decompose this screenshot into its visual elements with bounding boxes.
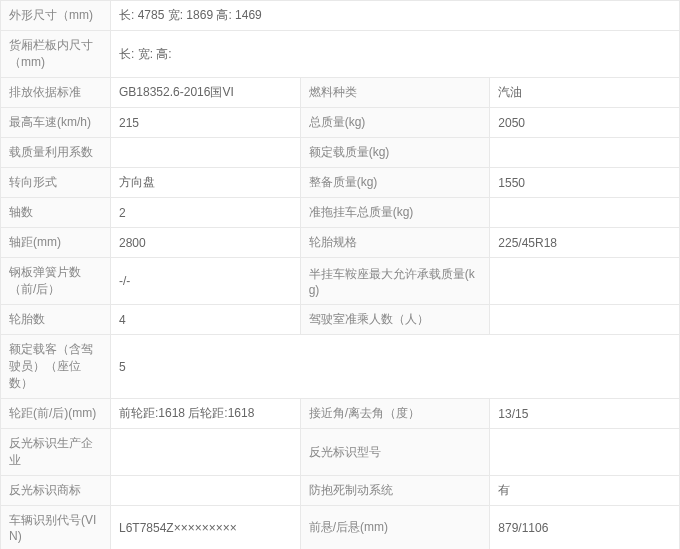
val-fuel-type: 汽油: [490, 78, 680, 108]
val-vin: L6T7854Z×××××××××: [111, 506, 301, 550]
label-reflector-mfr: 反光标识生产企业: [1, 429, 111, 476]
label-overhang: 前悬/后悬(mm): [300, 506, 490, 550]
val-semi-saddle: [490, 258, 680, 305]
val-max-speed: 215: [111, 108, 301, 138]
label-cabin-seats: 驾驶室准乘人数（人）: [300, 305, 490, 335]
label-approach: 接近角/离去角（度）: [300, 399, 490, 429]
label-wheelbase: 轴距(mm): [1, 228, 111, 258]
label-abs: 防抱死制动系统: [300, 476, 490, 506]
label-spring: 钢板弹簧片数（前/后）: [1, 258, 111, 305]
label-trailer-mass: 准拖挂车总质量(kg): [300, 198, 490, 228]
val-load-util: [111, 138, 301, 168]
label-rated-pass: 额定载客（含驾驶员）（座位数）: [1, 335, 111, 399]
label-vin: 车辆识别代号(VIN): [1, 506, 111, 550]
val-trailer-mass: [490, 198, 680, 228]
label-curb-mass: 整备质量(kg): [300, 168, 490, 198]
val-emission-std: GB18352.6-2016国VI: [111, 78, 301, 108]
val-reflector-mfr: [111, 429, 301, 476]
val-reflector-model: [490, 429, 680, 476]
val-reflector-brand: [111, 476, 301, 506]
label-max-speed: 最高车速(km/h): [1, 108, 111, 138]
label-reflector-brand: 反光标识商标: [1, 476, 111, 506]
label-track: 轮距(前/后)(mm): [1, 399, 111, 429]
label-exterior-dim: 外形尺寸（mm): [1, 1, 111, 31]
val-exterior-dim: 长: 4785 宽: 1869 高: 1469: [111, 1, 680, 31]
val-rated-pass: 5: [111, 335, 680, 399]
val-steering: 方向盘: [111, 168, 301, 198]
label-axles: 轴数: [1, 198, 111, 228]
val-tire-spec: 225/45R18: [490, 228, 680, 258]
val-curb-mass: 1550: [490, 168, 680, 198]
label-cargo-dim: 货厢栏板内尺寸（mm): [1, 31, 111, 78]
val-total-mass: 2050: [490, 108, 680, 138]
val-tires: 4: [111, 305, 301, 335]
label-tires: 轮胎数: [1, 305, 111, 335]
label-load-util: 载质量利用系数: [1, 138, 111, 168]
val-axles: 2: [111, 198, 301, 228]
val-abs: 有: [490, 476, 680, 506]
label-total-mass: 总质量(kg): [300, 108, 490, 138]
val-wheelbase: 2800: [111, 228, 301, 258]
val-track: 前轮距:1618 后轮距:1618: [111, 399, 301, 429]
val-cargo-dim: 长: 宽: 高:: [111, 31, 680, 78]
label-emission-std: 排放依据标准: [1, 78, 111, 108]
val-cabin-seats: [490, 305, 680, 335]
val-overhang: 879/1106: [490, 506, 680, 550]
label-fuel-type: 燃料种类: [300, 78, 490, 108]
label-tire-spec: 轮胎规格: [300, 228, 490, 258]
val-rated-payload: [490, 138, 680, 168]
spec-table: 外形尺寸（mm) 长: 4785 宽: 1869 高: 1469 货厢栏板内尺寸…: [0, 0, 680, 549]
label-semi-saddle: 半挂车鞍座最大允许承载质量(kg): [300, 258, 490, 305]
val-approach: 13/15: [490, 399, 680, 429]
val-spring: -/-: [111, 258, 301, 305]
label-steering: 转向形式: [1, 168, 111, 198]
label-reflector-model: 反光标识型号: [300, 429, 490, 476]
label-rated-payload: 额定载质量(kg): [300, 138, 490, 168]
